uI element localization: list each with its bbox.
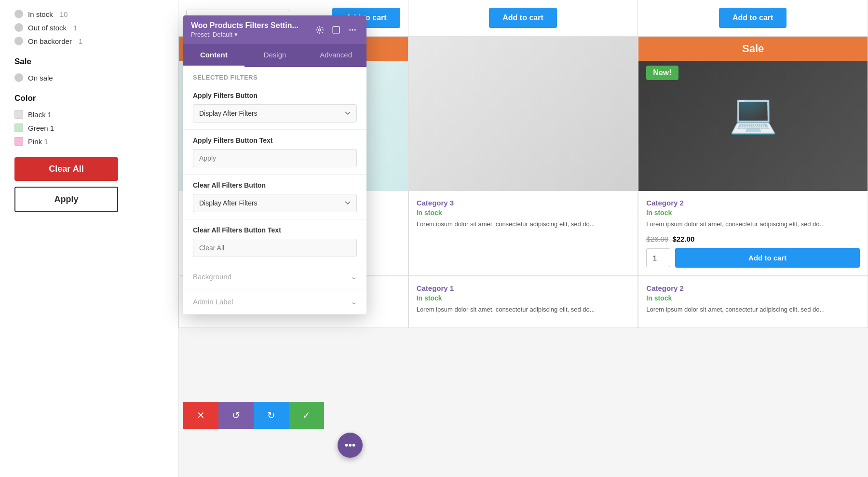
filter-count-on-backorder: 1 xyxy=(79,37,82,45)
stock-filter-section: In stock 10 Out of stock 1 On backorder … xyxy=(14,10,163,45)
filter-checkbox-in-stock[interactable] xyxy=(14,10,23,18)
filter-label-green: Green 1 xyxy=(28,124,54,132)
product-card-body-3: Category 2 In stock Lorem ipsum dolor si… xyxy=(638,191,868,275)
sale-banner-3: Sale xyxy=(638,37,868,61)
settings-body: Selected Filters Apply Filters Button Di… xyxy=(183,67,366,314)
add-to-cart-top-2[interactable]: Add to cart xyxy=(489,8,556,28)
product-category-bottom-2: Category 1 xyxy=(417,284,630,292)
toolbar-save-button[interactable]: ✓ xyxy=(289,402,324,429)
apply-filters-button-field: Apply Filters Button Display After Filte… xyxy=(183,85,366,130)
filter-item-out-of-stock[interactable]: Out of stock 1 xyxy=(14,23,163,32)
check-icon: ✓ xyxy=(302,409,311,421)
toolbar-close-button[interactable]: ✕ xyxy=(183,402,218,429)
product-sale-price-3: $22.00 xyxy=(672,235,694,243)
bottom-toolbar: ✕ ↺ ↻ ✓ xyxy=(183,402,324,429)
filter-item-green[interactable]: Green 1 xyxy=(14,123,163,132)
apply-button-sidebar[interactable]: Apply xyxy=(14,187,118,212)
filter-label-in-stock: In stock xyxy=(28,10,53,18)
sale-section-title: Sale xyxy=(14,57,163,67)
settings-tabs: Content Design Advanced xyxy=(183,44,366,67)
product-category-3: Category 2 xyxy=(646,199,860,207)
new-badge-3: New! xyxy=(646,66,678,80)
redo-icon: ↻ xyxy=(267,409,275,421)
filter-item-black[interactable]: Black 1 xyxy=(14,110,163,119)
qty-input-3[interactable] xyxy=(646,248,670,267)
apply-filters-text-input[interactable] xyxy=(193,149,357,167)
product-category-bottom-3: Category 2 xyxy=(646,284,860,292)
filter-item-pink[interactable]: Pink 1 xyxy=(14,137,163,146)
floating-action-button[interactable]: ••• xyxy=(338,433,363,458)
product-card-body-bottom-3: Category 2 In stock Lorem ipsum dolor si… xyxy=(638,276,868,328)
settings-section-selected-filters: Selected Filters xyxy=(183,67,366,85)
color-swatch-pink xyxy=(14,137,23,146)
product-card-3: Sale New! 💻 Category 2 In stock Lorem ip… xyxy=(638,36,868,276)
product-stock-3: In stock xyxy=(646,209,860,217)
clear-all-filters-button-select[interactable]: Display After Filters Display Before Fil… xyxy=(193,194,357,212)
background-collapsible[interactable]: Background ⌄ xyxy=(183,264,366,289)
filter-item-on-sale[interactable]: On sale xyxy=(14,73,163,82)
admin-label-collapsible[interactable]: Admin Label ⌄ xyxy=(183,289,366,314)
product-card-body-2: Category 3 In stock Lorem ipsum dolor si… xyxy=(409,191,638,243)
clear-all-button[interactable]: Clear All xyxy=(14,157,118,181)
settings-panel: Woo Products Filters Settin... Preset: D… xyxy=(183,15,366,314)
add-to-cart-button-3[interactable]: Add to cart xyxy=(675,248,860,268)
svg-point-0 xyxy=(319,28,321,31)
product-card-2: Category 3 In stock Lorem ipsum dolor si… xyxy=(408,36,638,276)
toolbar-redo-button[interactable]: ↻ xyxy=(254,402,289,429)
product-description-2: Lorem ipsum dolor sit amet, consectetur … xyxy=(417,219,630,229)
filter-item-on-backorder[interactable]: On backorder 1 xyxy=(14,37,163,45)
apply-filters-button-label: Apply Filters Button xyxy=(193,92,357,99)
add-to-cart-top-3[interactable]: Add to cart xyxy=(719,8,787,28)
sidebar-buttons: Clear All Apply xyxy=(14,157,163,212)
tab-advanced[interactable]: Advanced xyxy=(305,44,366,67)
product-stock-2: In stock xyxy=(417,209,630,217)
product-card-bottom-3: Category 2 In stock Lorem ipsum dolor si… xyxy=(638,276,868,328)
filter-count-in-stock: 10 xyxy=(60,10,68,18)
settings-menu-button[interactable] xyxy=(346,24,359,36)
filter-checkbox-on-sale[interactable] xyxy=(14,73,23,82)
product-image-3: Sale New! 💻 xyxy=(638,37,868,191)
filter-label-black: Black 1 xyxy=(28,110,52,119)
filter-checkbox-on-backorder[interactable] xyxy=(14,37,23,45)
chevron-down-icon-background: ⌄ xyxy=(351,272,357,281)
product-card-bottom-2: Category 1 In stock Lorem ipsum dolor si… xyxy=(408,276,638,328)
apply-filters-text-field: Apply Filters Button Text xyxy=(183,130,366,175)
product-price-3: $26.00 $22.00 xyxy=(646,235,860,243)
tab-content[interactable]: Content xyxy=(183,44,244,67)
apply-filters-text-label: Apply Filters Button Text xyxy=(193,136,357,144)
settings-expand-button[interactable] xyxy=(330,24,342,36)
filter-checkbox-out-of-stock[interactable] xyxy=(14,23,23,32)
svg-point-3 xyxy=(352,29,353,30)
apply-filters-button-select[interactable]: Display After Filters Display Before Fil… xyxy=(193,104,357,123)
color-section-title: Color xyxy=(14,94,163,103)
color-filter-section: Color Black 1 Green 1 Pink 1 xyxy=(14,94,163,146)
tab-design[interactable]: Design xyxy=(244,44,306,67)
fab-icon: ••• xyxy=(344,439,355,451)
settings-pin-button[interactable] xyxy=(313,24,326,36)
svg-rect-1 xyxy=(333,27,339,33)
background-label: Background xyxy=(193,273,231,281)
color-swatch-black xyxy=(14,110,23,119)
product-stock-bottom-3: In stock xyxy=(646,294,860,302)
undo-icon: ↺ xyxy=(232,409,240,421)
filter-label-on-sale: On sale xyxy=(28,74,53,82)
product-description-3: Lorem ipsum dolor sit amet, consectetur … xyxy=(646,219,860,229)
top-card-3: Add to cart xyxy=(638,0,868,36)
clear-all-filters-text-input[interactable] xyxy=(193,239,357,257)
settings-title: Woo Products Filters Settin... xyxy=(191,21,298,30)
filter-label-on-backorder: On backorder xyxy=(28,37,72,45)
clear-all-filters-text-label: Clear All Filters Button Text xyxy=(193,226,357,234)
top-card-2: Add to cart xyxy=(408,0,638,36)
filter-item-in-stock[interactable]: In stock 10 xyxy=(14,10,163,18)
product-original-price-3: $26.00 xyxy=(646,235,668,243)
svg-point-4 xyxy=(354,29,356,30)
filter-count-out-of-stock: 1 xyxy=(73,24,77,32)
color-swatch-green xyxy=(14,123,23,132)
toolbar-undo-button[interactable]: ↺ xyxy=(218,402,254,429)
clear-all-filters-text-field: Clear All Filters Button Text xyxy=(183,219,366,264)
admin-label-label: Admin Label xyxy=(193,298,233,306)
clear-all-filters-button-field: Clear All Filters Button Display After F… xyxy=(183,175,366,219)
settings-preset[interactable]: Preset: Default ▾ xyxy=(191,31,298,38)
sale-filter-section: Sale On sale xyxy=(14,57,163,82)
product-description-bottom-2: Lorem ipsum dolor sit amet, consectetur … xyxy=(417,305,630,314)
